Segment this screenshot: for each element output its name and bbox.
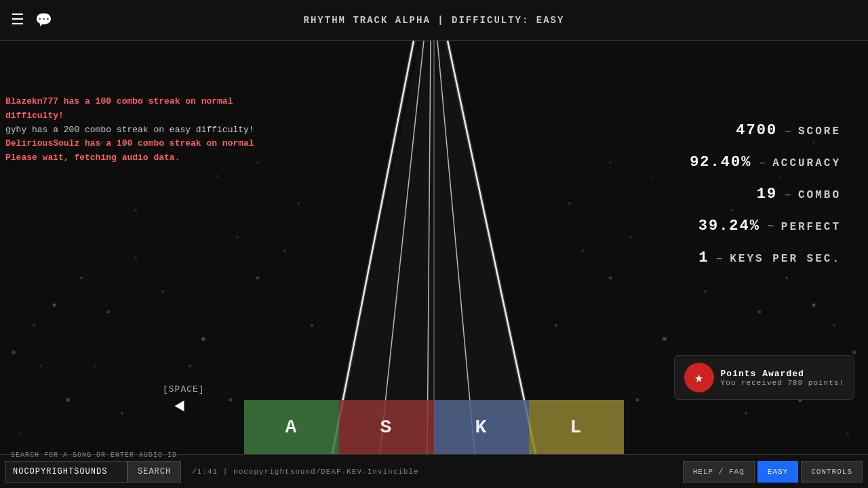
points-text: Points Awarded You received 789 points!: [721, 369, 844, 387]
controls-button[interactable]: CONTROLS: [801, 461, 863, 483]
chat-message-2: gyhy has a 200 combo streak on easy diff…: [5, 123, 263, 138]
accuracy-value: 92.40%: [690, 154, 751, 171]
svg-point-32: [297, 202, 300, 205]
svg-point-18: [201, 337, 205, 341]
svg-point-27: [229, 399, 233, 402]
search-container: SEARCH FOR A SONG OR ENTER AUDIO ID SEAR…: [5, 461, 181, 483]
svg-point-44: [629, 236, 632, 239]
points-badge: ★ Points Awarded You received 789 points…: [674, 355, 854, 400]
svg-point-29: [19, 432, 22, 435]
header-title: RHYTHM TRACK ALPHA | DIFFICULTY: EASY: [304, 15, 565, 26]
svg-point-58: [609, 161, 612, 164]
svg-point-59: [555, 324, 557, 327]
svg-point-52: [636, 399, 639, 402]
chat-message-4: Please wait, fetching audio data.: [5, 151, 263, 165]
search-input[interactable]: [5, 461, 127, 483]
help-faq-button[interactable]: HELP / FAQ: [683, 461, 755, 483]
perfect-value: 39.24%: [698, 218, 760, 235]
chat-messages: Blazekn777 has a 100 combo streak on nor…: [5, 95, 263, 165]
svg-point-37: [812, 304, 816, 307]
svg-point-45: [609, 277, 612, 280]
svg-point-42: [704, 290, 707, 293]
svg-point-57: [568, 202, 571, 205]
svg-point-19: [236, 236, 239, 239]
score-label: SCORE: [798, 125, 841, 138]
lane-a[interactable]: A: [244, 400, 339, 454]
svg-point-31: [216, 175, 218, 178]
svg-point-10: [12, 350, 16, 354]
chat-message-1: Blazekn777 has a 100 combo streak on nor…: [5, 95, 263, 123]
svg-point-25: [121, 412, 123, 415]
points-title: Points Awarded: [721, 369, 844, 379]
svg-point-21: [283, 249, 286, 252]
svg-point-11: [33, 324, 35, 327]
chat-message-3: DeliriousSoulz has a 100 combo streak on…: [5, 137, 263, 151]
svg-point-50: [745, 412, 747, 415]
search-label: SEARCH FOR A SONG OR ENTER AUDIO ID: [11, 451, 177, 459]
svg-point-35: [852, 350, 856, 354]
svg-point-17: [161, 290, 164, 293]
lane-s[interactable]: S: [339, 400, 434, 454]
svg-point-56: [650, 175, 652, 178]
svg-point-14: [39, 365, 42, 367]
perfect-row: 39.24% ~ PERFECT: [690, 218, 841, 235]
svg-point-24: [66, 398, 70, 402]
svg-point-54: [846, 432, 849, 435]
combo-value: 19: [757, 186, 777, 203]
points-star-icon: ★: [684, 363, 714, 392]
footer-bar: SEARCH FOR A SONG OR ENTER AUDIO ID SEAR…: [0, 454, 868, 488]
svg-point-12: [53, 304, 56, 307]
lane-l[interactable]: L: [529, 400, 624, 454]
svg-point-23: [189, 365, 192, 368]
svg-point-41: [758, 310, 762, 314]
space-key-label: [SPACE]: [163, 384, 205, 394]
footer-right: HELP / FAQ EASY CONTROLS: [683, 461, 863, 483]
accuracy-row: 92.40% – ACCURACY: [690, 154, 841, 171]
svg-point-15: [134, 256, 137, 259]
lane-k[interactable]: K: [434, 400, 529, 454]
points-subtitle: You received 789 points!: [721, 379, 844, 387]
game-area: Blazekn777 has a 100 combo streak on nor…: [0, 41, 868, 454]
hamburger-icon[interactable]: ☰: [11, 11, 24, 29]
perfect-label: PERFECT: [781, 221, 841, 233]
svg-point-20: [256, 277, 260, 280]
keys-row: 1 – KEYS PER SEC.: [690, 249, 841, 266]
now-playing: /1:41 | nocopyrightsound/DEAF-KEV-Invinc…: [192, 468, 418, 476]
svg-point-46: [582, 249, 585, 252]
lanes-container: A S K L: [244, 400, 624, 454]
keys-value: 1: [698, 249, 709, 266]
search-button[interactable]: SEARCH: [127, 461, 181, 483]
svg-point-16: [107, 310, 111, 314]
accuracy-label: ACCURACY: [772, 157, 841, 169]
keys-label: KEYS PER SEC.: [730, 253, 841, 265]
stats-panel: 4700 – SCORE 92.40% – ACCURACY 19 – COMB…: [690, 122, 841, 281]
score-value: 4700: [736, 122, 777, 139]
svg-point-13: [80, 277, 83, 279]
combo-label: COMBO: [798, 189, 841, 201]
header-bar: ☰ 💬 RHYTHM TRACK ALPHA | DIFFICULTY: EAS…: [0, 0, 868, 41]
difficulty-button[interactable]: EASY: [757, 461, 798, 483]
svg-point-22: [94, 365, 96, 367]
svg-point-43: [663, 337, 667, 341]
svg-point-36: [833, 324, 835, 327]
chat-icon[interactable]: 💬: [35, 12, 52, 28]
score-row: 4700 – SCORE: [690, 122, 841, 139]
svg-point-34: [311, 324, 313, 327]
svg-point-30: [134, 209, 137, 211]
combo-row: 19 – COMBO: [690, 186, 841, 203]
